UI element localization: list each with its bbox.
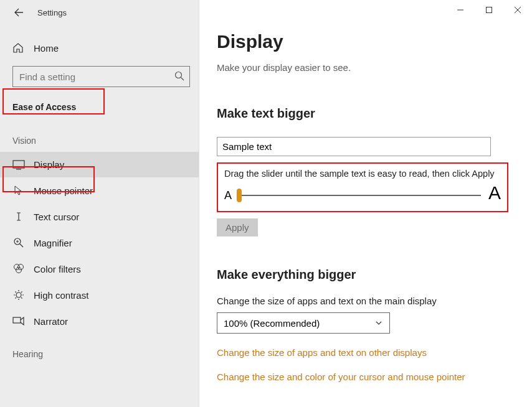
sidebar-item-magnifier[interactable]: Magnifier	[0, 230, 199, 256]
narrator-icon	[12, 316, 25, 327]
slider-max-label: A	[488, 184, 501, 202]
slider-track-line	[237, 195, 481, 196]
link-other-displays[interactable]: Change the size of apps and text on othe…	[217, 347, 515, 358]
home-nav[interactable]: Home	[0, 36, 199, 60]
search-icon	[174, 70, 185, 82]
sample-text-box: Sample text	[217, 137, 491, 156]
sidebar-item-label: Magnifier	[34, 238, 72, 248]
slider-min-label: A	[224, 189, 232, 202]
link-cursor-pointer[interactable]: Change the size and color of your cursor…	[217, 372, 515, 382]
display-scale-select[interactable]: 100% (Recommended)	[217, 312, 390, 334]
sidebar-item-high-contrast[interactable]: High contrast	[0, 282, 199, 308]
svg-line-8	[20, 244, 23, 247]
svg-line-1	[181, 78, 184, 81]
magnifier-icon	[12, 237, 25, 248]
section-hearing-label: Hearing	[0, 334, 199, 365]
mouse-pointer-icon	[12, 185, 25, 196]
slider-thumb[interactable]	[237, 189, 242, 202]
sidebar-item-label: Narrator	[34, 316, 68, 327]
sidebar-item-label: High contrast	[34, 290, 88, 301]
high-contrast-icon	[12, 289, 25, 301]
svg-rect-13	[13, 317, 21, 323]
minimize-icon	[457, 6, 464, 14]
svg-point-11	[16, 268, 22, 273]
sidebar-item-narrator[interactable]: Narrator	[0, 308, 199, 334]
chevron-down-icon	[374, 319, 383, 327]
display-icon	[12, 160, 25, 170]
home-icon	[12, 42, 24, 54]
sidebar-item-color-filters[interactable]: Color filters	[0, 256, 199, 282]
page-subtitle: Make your display easier to see.	[217, 62, 515, 73]
maximize-button[interactable]	[475, 0, 503, 20]
slider-caption: Drag the slider until the sample text is…	[224, 169, 501, 179]
sidebar-item-label: Color filters	[34, 264, 81, 274]
arrow-left-icon	[13, 7, 24, 18]
close-icon	[514, 6, 521, 14]
back-button[interactable]	[11, 5, 26, 20]
page-title: Display	[217, 31, 515, 52]
svg-point-12	[16, 292, 21, 297]
everything-bigger-caption: Change the size of apps and text on the …	[217, 296, 515, 306]
maximize-icon	[485, 6, 493, 14]
close-button[interactable]	[503, 0, 532, 20]
display-scale-value: 100% (Recommended)	[224, 318, 320, 329]
sidebar-item-mouse-pointer[interactable]: Mouse pointer	[0, 177, 199, 204]
svg-point-0	[176, 72, 182, 78]
color-filters-icon	[12, 263, 25, 274]
sidebar-item-label: Text cursor	[34, 212, 79, 222]
minimize-button[interactable]	[446, 0, 475, 20]
svg-rect-2	[13, 161, 24, 168]
text-size-slider[interactable]	[237, 187, 481, 202]
sidebar-item-label: Mouse pointer	[34, 185, 93, 196]
sidebar-item-display[interactable]: Display	[0, 152, 199, 177]
search-input[interactable]	[12, 66, 190, 87]
make-text-bigger-heading: Make text bigger	[217, 106, 515, 121]
text-cursor-icon	[12, 211, 25, 222]
sidebar-item-text-cursor[interactable]: Text cursor	[0, 204, 199, 230]
category-header: Ease of Access	[0, 93, 199, 121]
sidebar-item-label: Display	[34, 159, 64, 170]
window-title: Settings	[37, 8, 67, 17]
apply-button[interactable]: Apply	[217, 218, 258, 236]
make-everything-bigger-heading: Make everything bigger	[217, 268, 515, 282]
home-label: Home	[34, 43, 59, 54]
svg-point-10	[18, 264, 24, 270]
text-size-slider-area: Drag the slider until the sample text is…	[217, 162, 508, 212]
svg-rect-15	[487, 7, 492, 13]
section-vision-label: Vision	[0, 121, 199, 152]
